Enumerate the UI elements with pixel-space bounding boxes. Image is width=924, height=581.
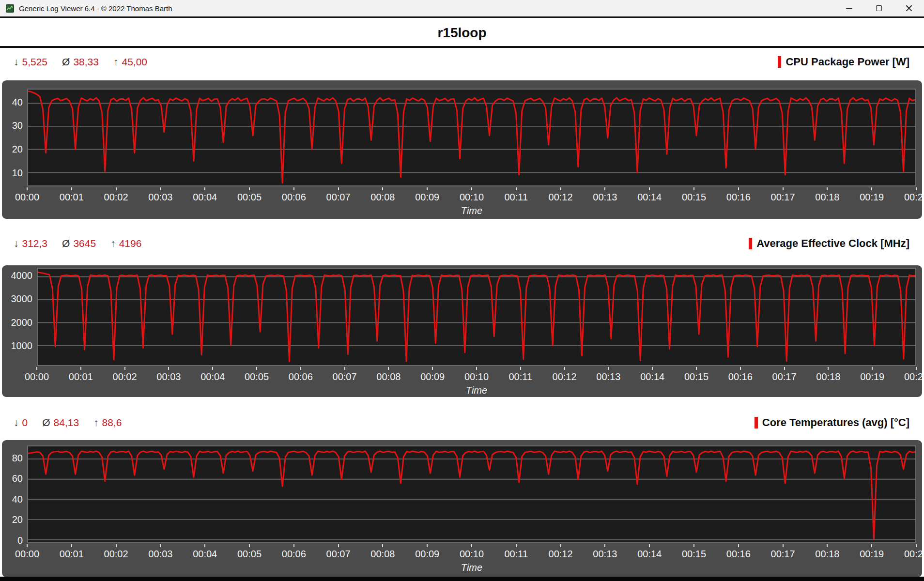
x-tick-label: 00:11 — [499, 549, 534, 560]
window-controls — [834, 0, 924, 16]
x-tick-mark — [784, 367, 785, 370]
x-axis-title: Time — [37, 385, 916, 396]
x-tick-label: 00:20 — [899, 549, 924, 560]
x-tick-label: 00:09 — [410, 549, 445, 560]
x-tick-mark — [738, 187, 739, 190]
y-tick-label: 0 — [2, 535, 23, 546]
minimize-button[interactable] — [834, 0, 864, 16]
series-line — [38, 272, 915, 361]
stat-max: ↑4196 — [110, 238, 141, 249]
x-tick-mark — [71, 187, 72, 190]
x-tick-label: 00:14 — [632, 192, 667, 203]
meta-row-core-temps: ↓0 Ø84,13 ↑88,6 Core Temperatures (avg) … — [0, 414, 924, 431]
plot-area[interactable] — [37, 268, 916, 366]
x-tick-mark — [828, 367, 829, 370]
y-tick-label: 4000 — [2, 270, 32, 281]
x-tick-mark — [249, 544, 250, 547]
plot-area[interactable] — [27, 89, 916, 186]
max-arrow-icon: ↑ — [113, 56, 119, 68]
x-axis-title: Time — [27, 562, 916, 573]
x-tick-mark — [871, 187, 872, 190]
x-tick-mark — [212, 367, 213, 370]
x-tick-mark — [471, 187, 472, 190]
x-tick-label: 00:11 — [503, 371, 538, 382]
x-tick-label: 00:12 — [543, 192, 578, 203]
legend-effective-clock: Average Effective Clock [MHz] — [749, 235, 909, 252]
x-tick-label: 00:05 — [232, 549, 267, 560]
y-tick-label: 3000 — [2, 293, 32, 305]
x-tick-label: 00:02 — [99, 192, 134, 203]
x-tick-label: 00:17 — [767, 371, 802, 382]
x-tick-label: 00:17 — [766, 549, 801, 560]
x-tick-mark — [560, 187, 561, 190]
x-tick-mark — [827, 544, 828, 547]
stats-cpu-power: ↓5,525 Ø38,33 ↑45,00 — [14, 53, 147, 71]
x-tick-mark — [649, 544, 650, 547]
x-tick-label: 00:20 — [899, 192, 924, 203]
stat-max: ↑88,6 — [93, 417, 122, 428]
x-tick-mark — [427, 187, 428, 190]
x-tick-mark — [168, 367, 169, 370]
x-tick-label: 00:07 — [321, 549, 356, 560]
x-tick-mark — [827, 187, 828, 190]
x-tick-mark — [80, 367, 81, 370]
x-tick-label: 00:01 — [63, 371, 98, 382]
x-tick-mark — [160, 187, 161, 190]
x-tick-mark — [649, 187, 650, 190]
x-tick-label: 00:18 — [810, 549, 845, 560]
title-bar[interactable]: Generic Log Viewer 6.4 - © 2022 Thomas B… — [0, 0, 924, 18]
x-tick-mark — [916, 544, 917, 547]
x-tick-mark — [116, 544, 117, 547]
series-line — [28, 91, 915, 183]
legend-label: CPU Package Power [W] — [785, 56, 909, 68]
x-tick-label: 00:03 — [143, 549, 178, 560]
meta-row-cpu-power: ↓5,525 Ø38,33 ↑45,00 CPU Package Power [… — [0, 53, 924, 71]
legend-label: Core Temperatures (avg) [°C] — [762, 416, 909, 429]
maximize-button[interactable] — [864, 0, 894, 16]
x-tick-mark — [560, 544, 561, 547]
x-tick-label: 00:00 — [10, 192, 45, 203]
min-arrow-icon: ↓ — [14, 417, 19, 428]
stat-avg: Ø38,33 — [62, 56, 99, 68]
window-bottom-edge — [0, 577, 924, 581]
x-tick-mark — [693, 187, 694, 190]
x-tick-mark — [160, 544, 161, 547]
x-tick-label: 00:02 — [99, 549, 134, 560]
x-tick-mark — [338, 187, 339, 190]
plot-area[interactable] — [27, 445, 916, 543]
x-tick-mark — [36, 367, 37, 370]
x-tick-label: 00:06 — [283, 371, 318, 382]
x-tick-mark — [738, 544, 739, 547]
close-button[interactable] — [894, 0, 924, 16]
x-tick-label: 00:13 — [587, 192, 622, 203]
x-tick-mark — [916, 187, 917, 190]
y-tick-label: 60 — [2, 473, 23, 484]
x-tick-label: 00:10 — [454, 549, 489, 560]
x-tick-label: 00:12 — [543, 549, 578, 560]
legend-label: Average Effective Clock [MHz] — [756, 237, 909, 250]
y-tick-label: 30 — [2, 120, 23, 131]
x-tick-mark — [871, 544, 872, 547]
y-tick-label: 20 — [2, 144, 23, 155]
x-tick-label: 00:10 — [454, 192, 489, 203]
chart-panel-cpu-power: 4030201000:0000:0100:0200:0300:0400:0500… — [2, 80, 922, 219]
y-tick-label: 40 — [2, 494, 23, 505]
x-tick-mark — [382, 544, 383, 547]
y-tick-label: 20 — [2, 514, 23, 525]
x-tick-mark — [71, 544, 72, 547]
x-tick-mark — [516, 544, 517, 547]
series-line — [28, 451, 915, 539]
x-tick-mark — [293, 544, 294, 547]
x-tick-mark — [693, 544, 694, 547]
x-tick-mark — [516, 187, 517, 190]
legend-cpu-power: CPU Package Power [W] — [778, 53, 909, 71]
x-tick-mark — [27, 187, 28, 190]
x-tick-label: 00:08 — [371, 371, 406, 382]
app-icon — [6, 4, 14, 13]
x-tick-mark — [116, 187, 117, 190]
stat-avg: Ø3645 — [62, 238, 96, 249]
page-title: r15loop — [437, 25, 486, 41]
x-tick-label: 00:03 — [143, 192, 178, 203]
stat-min: ↓0 — [14, 417, 28, 428]
x-tick-label: 00:20 — [899, 371, 924, 382]
